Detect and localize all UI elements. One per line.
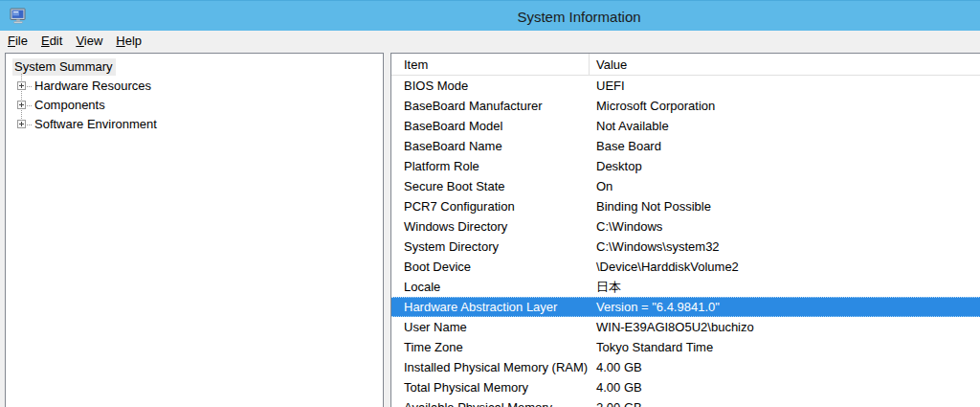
title-bar[interactable]: System Information (0, 0, 980, 31)
row-value-cell: Base Board (590, 136, 980, 156)
row-item-cell: Available Physical Memory (391, 397, 590, 407)
table-row[interactable]: Windows DirectoryC:\Windows (391, 216, 980, 237)
row-value-cell: Not Available (590, 116, 980, 136)
row-item-cell: Total Physical Memory (391, 377, 590, 397)
menu-file[interactable]: File (1, 32, 34, 51)
table-row[interactable]: Installed Physical Memory (RAM)4.00 GB (391, 357, 980, 377)
row-value-cell: C:\Windows\system32 (590, 237, 980, 257)
row-value-cell: C:\Windows (590, 216, 980, 237)
tree-item-label: System Summary (12, 58, 116, 76)
list-rows: BIOS ModeUEFIBaseBoard ManufacturerMicro… (391, 76, 980, 407)
menu-edit[interactable]: Edit (34, 32, 69, 51)
row-item-cell: PCR7 Configuration (391, 196, 590, 216)
row-item-cell: Locale (391, 277, 590, 297)
menu-help[interactable]: Help (109, 32, 148, 51)
row-item-cell: Installed Physical Memory (RAM) (391, 357, 590, 377)
row-value-cell: WIN-E39AGI8O5U2\buchizo (590, 317, 980, 337)
row-item-cell: Boot Device (391, 257, 590, 277)
table-row[interactable]: Platform RoleDesktop (391, 156, 980, 176)
window-title: System Information (0, 1, 980, 32)
row-item-cell: Secure Boot State (391, 176, 590, 196)
tree-item-label: Hardware Resources (34, 79, 151, 93)
tree-item-components[interactable]: Components (6, 96, 383, 115)
tree-item-label: Software Environment (34, 117, 157, 131)
tree-item-system-summary[interactable]: System Summary (6, 57, 383, 77)
table-row[interactable]: PCR7 ConfigurationBinding Not Possible (391, 196, 980, 216)
tree-children: Hardware ResourcesComponentsSoftware Env… (6, 77, 383, 134)
row-value-cell: \Device\HarddiskVolume2 (590, 257, 980, 277)
table-row[interactable]: Time ZoneTokyo Standard Time (391, 337, 980, 357)
row-value-cell: Microsoft Corporation (590, 96, 980, 116)
row-value-cell: UEFI (590, 76, 980, 96)
row-value-cell: 2.00 GB (590, 397, 980, 407)
expand-plus-icon[interactable] (17, 120, 26, 128)
expand-plus-icon[interactable] (17, 101, 26, 109)
row-value-cell: Binding Not Possible (590, 196, 980, 216)
row-item-cell: BaseBoard Model (391, 116, 590, 136)
category-tree-pane: System Summary Hardware ResourcesCompone… (5, 53, 384, 407)
table-row[interactable]: Available Physical Memory2.00 GB (391, 397, 980, 407)
system-information-window: System Information FileEditViewHelp Syst… (0, 0, 980, 51)
row-item-cell: Time Zone (391, 337, 590, 357)
table-row[interactable]: Locale日本 (391, 277, 980, 297)
row-value-cell: 4.00 GB (590, 377, 980, 397)
tree-item-hardware-resources[interactable]: Hardware Resources (6, 77, 383, 96)
row-item-cell: Hardware Abstraction Layer (391, 298, 590, 316)
table-row[interactable]: System DirectoryC:\Windows\system32 (391, 237, 980, 257)
menu-view[interactable]: View (69, 32, 109, 51)
row-item-cell: User Name (391, 317, 590, 337)
tree-item-software-environment[interactable]: Software Environment (6, 115, 383, 134)
table-row[interactable]: User NameWIN-E39AGI8O5U2\buchizo (391, 317, 980, 337)
tree-item-label: Components (34, 98, 105, 112)
table-row[interactable]: BaseBoard ModelNot Available (391, 116, 980, 136)
table-row[interactable]: Total Physical Memory4.00 GB (391, 377, 980, 397)
list-header: Item Value (391, 54, 980, 76)
table-row[interactable]: BIOS ModeUEFI (391, 76, 980, 96)
expand-plus-icon[interactable] (17, 81, 26, 90)
column-header-value[interactable]: Value (590, 54, 980, 75)
row-item-cell: Windows Directory (391, 216, 590, 237)
detail-list-pane: Item Value BIOS ModeUEFIBaseBoard Manufa… (390, 53, 980, 407)
row-item-cell: Platform Role (391, 156, 590, 176)
row-value-cell: 4.00 GB (590, 357, 980, 377)
row-item-cell: System Directory (391, 237, 590, 257)
table-row[interactable]: BaseBoard NameBase Board (391, 136, 980, 156)
row-value-cell: Version = "6.4.9841.0" (590, 298, 980, 316)
row-item-cell: BaseBoard Name (391, 136, 590, 156)
table-row[interactable]: Hardware Abstraction LayerVersion = "6.4… (391, 297, 980, 317)
menu-bar: FileEditViewHelp (0, 31, 980, 51)
row-item-cell: BIOS Mode (391, 76, 590, 96)
column-header-item[interactable]: Item (391, 54, 590, 75)
table-row[interactable]: Boot Device\Device\HarddiskVolume2 (391, 257, 980, 277)
row-value-cell: Tokyo Standard Time (590, 337, 980, 357)
row-value-cell: 日本 (590, 277, 980, 297)
row-value-cell: On (590, 176, 980, 196)
table-row[interactable]: BaseBoard ManufacturerMicrosoft Corporat… (391, 96, 980, 116)
row-value-cell: Desktop (590, 156, 980, 176)
table-row[interactable]: Secure Boot StateOn (391, 176, 980, 196)
window-content: System Summary Hardware ResourcesCompone… (0, 51, 980, 407)
row-item-cell: BaseBoard Manufacturer (391, 96, 590, 116)
